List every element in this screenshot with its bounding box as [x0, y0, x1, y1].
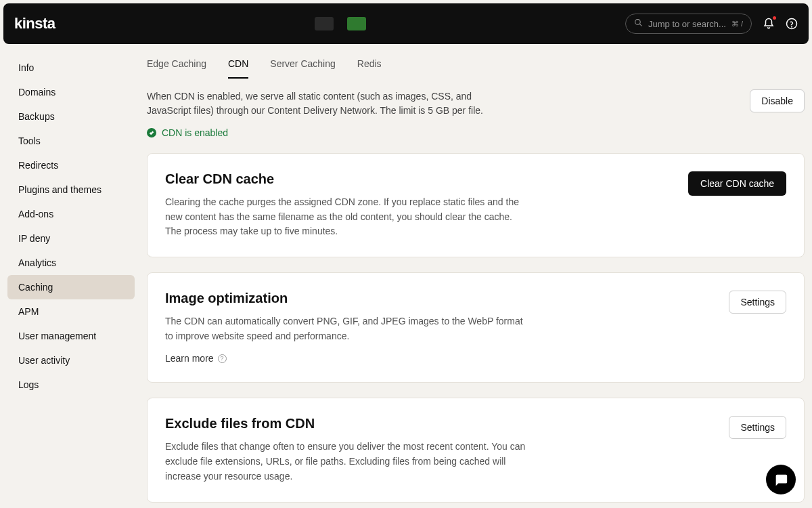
- sidebar-item-caching[interactable]: Caching: [7, 275, 135, 299]
- notifications-button[interactable]: [763, 18, 775, 30]
- exclude-body: Exclude files that change often to ensur…: [165, 440, 531, 484]
- sidebar-item-apm[interactable]: APM: [7, 299, 135, 324]
- sidebar-item-user-activity[interactable]: User activity: [7, 348, 135, 373]
- sidebar-item-user-management[interactable]: User management: [7, 324, 135, 348]
- tab-edge-caching[interactable]: Edge Caching: [147, 53, 206, 79]
- chat-button[interactable]: [766, 465, 796, 494]
- learn-more-link[interactable]: Learn more ?: [165, 353, 227, 364]
- env-badge-dark[interactable]: [315, 17, 334, 30]
- clear-cache-title: Clear CDN cache: [165, 171, 531, 187]
- check-icon: [147, 128, 156, 137]
- tab-server-caching[interactable]: Server Caching: [270, 53, 336, 79]
- exclude-settings-button[interactable]: Settings: [729, 416, 786, 439]
- top-bar: kinsta Jump to or search... ⌘ /: [3, 3, 809, 44]
- exclude-title: Exclude files from CDN: [165, 416, 531, 431]
- search-shortcut-hint: ⌘ /: [731, 20, 743, 28]
- tab-redis[interactable]: Redis: [357, 53, 382, 79]
- sidebar: Info Domains Backups Tools Redirects Plu…: [3, 47, 139, 508]
- card-clear-cdn-cache: Clear CDN cache Clearing the cache purge…: [147, 153, 805, 257]
- sidebar-item-ip-deny[interactable]: IP deny: [7, 226, 135, 251]
- clear-cache-body: Clearing the cache purges the assigned C…: [165, 195, 531, 239]
- svg-point-0: [635, 20, 641, 25]
- image-opt-title: Image optimization: [165, 291, 531, 306]
- top-center: [66, 17, 614, 30]
- brand-logo[interactable]: kinsta: [14, 15, 55, 33]
- notification-dot: [773, 16, 776, 20]
- tabs: Edge Caching CDN Server Caching Redis: [147, 47, 805, 79]
- disable-button[interactable]: Disable: [750, 89, 805, 112]
- svg-line-1: [639, 24, 641, 26]
- sidebar-item-redirects[interactable]: Redirects: [7, 153, 135, 177]
- search-icon: [634, 18, 643, 29]
- tab-cdn[interactable]: CDN: [228, 53, 248, 79]
- learn-more-label: Learn more: [165, 353, 214, 364]
- image-opt-settings-button[interactable]: Settings: [729, 291, 786, 314]
- sidebar-item-domains[interactable]: Domains: [7, 80, 135, 104]
- help-button[interactable]: [786, 18, 798, 30]
- svg-point-3: [792, 26, 792, 27]
- sidebar-item-addons[interactable]: Add-ons: [7, 202, 135, 226]
- sidebar-item-plugins-themes[interactable]: Plugins and themes: [7, 177, 135, 202]
- sidebar-item-backups[interactable]: Backups: [7, 104, 135, 129]
- sidebar-item-info[interactable]: Info: [7, 56, 135, 80]
- sidebar-item-analytics[interactable]: Analytics: [7, 251, 135, 275]
- card-image-optimization: Image optimization The CDN can automatic…: [147, 272, 805, 383]
- cdn-status-text: CDN is enabled: [162, 127, 228, 138]
- intro-row: When CDN is enabled, we serve all static…: [147, 89, 805, 138]
- search-placeholder: Jump to or search...: [648, 19, 726, 29]
- content-area: Edge Caching CDN Server Caching Redis Wh…: [139, 47, 809, 508]
- image-opt-body: The CDN can automatically convert PNG, G…: [165, 314, 531, 343]
- env-badge-green[interactable]: [347, 17, 366, 30]
- sidebar-item-tools[interactable]: Tools: [7, 129, 135, 153]
- info-icon: ?: [218, 354, 227, 363]
- sidebar-item-logs[interactable]: Logs: [7, 373, 135, 397]
- cdn-status: CDN is enabled: [147, 127, 505, 138]
- card-exclude-files: Exclude files from CDN Exclude files tha…: [147, 398, 805, 502]
- clear-cdn-cache-button[interactable]: Clear CDN cache: [688, 171, 786, 196]
- search-input[interactable]: Jump to or search... ⌘ /: [625, 14, 752, 34]
- cdn-description: When CDN is enabled, we serve all static…: [147, 89, 505, 118]
